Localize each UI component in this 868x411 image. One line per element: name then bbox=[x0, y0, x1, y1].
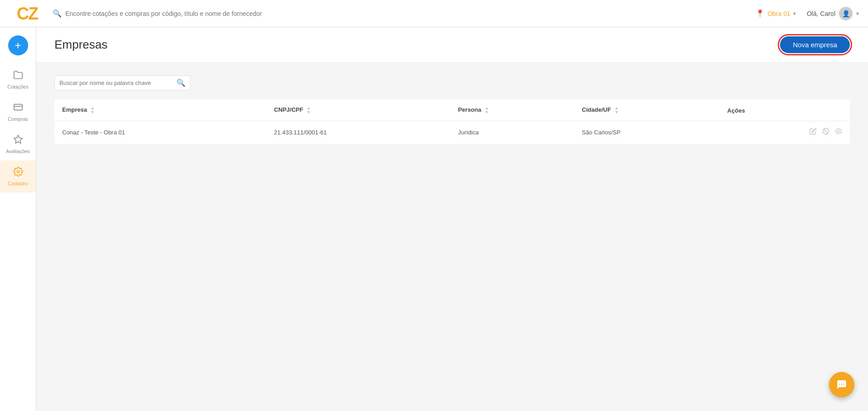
user-menu[interactable]: Olá, Carol 👤 ▾ bbox=[807, 7, 859, 20]
sidebar-item-avaliacoes[interactable]: Avaliações bbox=[0, 128, 36, 160]
cadastro-icon bbox=[13, 167, 23, 179]
compras-icon bbox=[13, 102, 23, 114]
empresa-table: Empresa ▲▼ CNPJ/CPF ▲▼ Persona ▲▼ bbox=[54, 99, 850, 144]
col-cidade-uf[interactable]: Cidade/UF ▲▼ bbox=[574, 100, 720, 121]
cell-empresa: Conaz - Teste - Obra 01 bbox=[55, 121, 267, 144]
block-icon[interactable] bbox=[822, 128, 829, 137]
avaliacoes-icon bbox=[13, 134, 23, 147]
sidebar-item-cotacoes-label: Cotações bbox=[7, 84, 28, 89]
sort-cidade-icon: ▲▼ bbox=[614, 106, 618, 114]
table-header: Empresa ▲▼ CNPJ/CPF ▲▼ Persona ▲▼ bbox=[55, 100, 850, 121]
logo-area: CZ bbox=[9, 5, 45, 22]
sidebar-item-compras-label: Compras bbox=[8, 116, 28, 122]
avatar: 👤 bbox=[839, 7, 853, 20]
chat-fab[interactable] bbox=[829, 372, 854, 397]
greeting-text: Olá, Carol bbox=[807, 10, 835, 17]
svg-point-9 bbox=[843, 384, 844, 385]
table-row: Conaz - Teste - Obra 01 21.433.111/0001-… bbox=[55, 121, 850, 144]
logo: CZ bbox=[17, 5, 38, 22]
sort-persona-icon: ▲▼ bbox=[485, 106, 489, 114]
add-button[interactable]: + bbox=[8, 35, 28, 55]
obra-chevron-icon: ▾ bbox=[793, 10, 796, 17]
sidebar-item-compras[interactable]: Compras bbox=[0, 96, 36, 128]
table-search-icon[interactable]: 🔍 bbox=[177, 79, 186, 87]
col-empresa[interactable]: Empresa ▲▼ bbox=[55, 100, 267, 121]
cell-persona: Jurídica bbox=[451, 121, 574, 144]
nova-empresa-button[interactable]: Nova empresa bbox=[780, 36, 850, 53]
cell-cnpj-cpf: 21.433.111/0001-61 bbox=[267, 121, 451, 144]
body-area: + Cotações Compras bbox=[0, 27, 868, 411]
sidebar-item-cadastro[interactable]: Cadastro bbox=[0, 160, 36, 193]
acoes-cell bbox=[727, 128, 842, 137]
svg-point-6 bbox=[838, 130, 839, 132]
page-title: Empresas bbox=[54, 38, 108, 52]
sidebar-item-avaliacoes-label: Avaliações bbox=[6, 149, 30, 154]
svg-point-7 bbox=[839, 384, 840, 385]
table-search-input[interactable] bbox=[59, 79, 177, 86]
col-cnpj-cpf[interactable]: CNPJ/CPF ▲▼ bbox=[267, 100, 451, 121]
global-search-input[interactable] bbox=[65, 10, 748, 17]
pin-icon: 📍 bbox=[755, 9, 765, 18]
table-body: Conaz - Teste - Obra 01 21.433.111/0001-… bbox=[55, 121, 850, 144]
sort-cnpj-icon: ▲▼ bbox=[307, 106, 311, 114]
svg-line-5 bbox=[824, 129, 828, 133]
content-area: 🔍 Empresa ▲▼ CNPJ/CPF ▲▼ bbox=[36, 63, 868, 157]
svg-point-3 bbox=[17, 170, 20, 173]
obra-label: Obra 01 bbox=[767, 10, 790, 17]
table-search-wrap: 🔍 bbox=[54, 75, 191, 90]
sidebar-item-cadastro-label: Cadastro bbox=[8, 181, 28, 186]
obra-selector[interactable]: 📍 Obra 01 ▾ bbox=[755, 9, 796, 18]
user-chevron-icon: ▾ bbox=[856, 10, 859, 17]
cell-cidade-uf: São Carlos/SP bbox=[574, 121, 720, 144]
sort-empresa-icon: ▲▼ bbox=[91, 106, 95, 114]
sidebar: + Cotações Compras bbox=[0, 27, 36, 411]
top-header: CZ 🔍 📍 Obra 01 ▾ Olá, Carol 👤 ▾ bbox=[0, 0, 868, 27]
sidebar-item-cotacoes[interactable]: Cotações bbox=[0, 64, 36, 96]
col-acoes: Ações bbox=[720, 100, 850, 121]
svg-point-8 bbox=[841, 384, 842, 385]
search-bar: 🔍 bbox=[53, 9, 748, 18]
search-icon: 🔍 bbox=[53, 9, 62, 18]
view-icon[interactable] bbox=[835, 128, 842, 137]
svg-marker-2 bbox=[14, 135, 22, 143]
page-header: Empresas Nova empresa bbox=[36, 27, 868, 63]
cell-acoes bbox=[720, 121, 850, 144]
app-container: CZ 🔍 📍 Obra 01 ▾ Olá, Carol 👤 ▾ + bbox=[0, 0, 868, 411]
col-persona[interactable]: Persona ▲▼ bbox=[451, 100, 574, 121]
svg-rect-0 bbox=[14, 104, 22, 110]
edit-icon[interactable] bbox=[809, 128, 817, 137]
cotacoes-icon bbox=[13, 70, 23, 82]
main-content: Empresas Nova empresa 🔍 Empresa bbox=[36, 27, 868, 411]
header-right: 📍 Obra 01 ▾ Olá, Carol 👤 ▾ bbox=[755, 7, 859, 20]
